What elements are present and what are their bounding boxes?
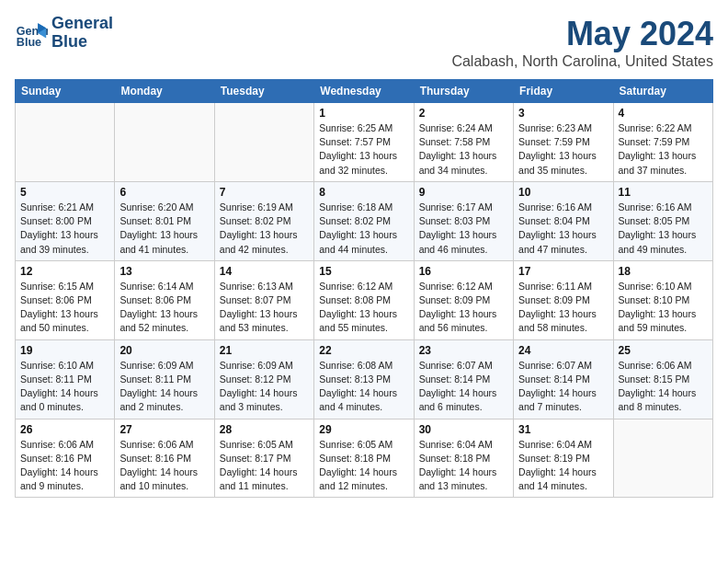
calendar-cell: 28Sunrise: 6:05 AM Sunset: 8:17 PM Dayli…: [214, 419, 313, 498]
day-info: Sunrise: 6:06 AM Sunset: 8:15 PM Dayligh…: [619, 359, 708, 415]
weekday-header: Monday: [115, 80, 214, 103]
calendar-week-row: 5Sunrise: 6:21 AM Sunset: 8:00 PM Daylig…: [16, 181, 713, 260]
logo-text: General Blue: [51, 15, 113, 52]
page-header: General Blue General Blue May 2024 Calab…: [15, 15, 713, 70]
day-info: Sunrise: 6:10 AM Sunset: 8:11 PM Dayligh…: [20, 359, 109, 415]
calendar-cell: 10Sunrise: 6:16 AM Sunset: 8:04 PM Dayli…: [514, 181, 613, 260]
calendar-week-row: 12Sunrise: 6:15 AM Sunset: 8:06 PM Dayli…: [16, 260, 713, 339]
calendar-cell: 1Sunrise: 6:25 AM Sunset: 7:57 PM Daylig…: [314, 103, 414, 182]
day-number: 9: [419, 186, 508, 199]
day-info: Sunrise: 6:12 AM Sunset: 8:09 PM Dayligh…: [419, 280, 508, 336]
day-info: Sunrise: 6:04 AM Sunset: 8:19 PM Dayligh…: [518, 438, 608, 494]
day-info: Sunrise: 6:06 AM Sunset: 8:16 PM Dayligh…: [20, 438, 109, 494]
calendar-cell: 12Sunrise: 6:15 AM Sunset: 8:06 PM Dayli…: [16, 260, 115, 339]
calendar-cell: 9Sunrise: 6:17 AM Sunset: 8:03 PM Daylig…: [414, 181, 513, 260]
day-number: 13: [119, 265, 209, 278]
calendar-cell: 31Sunrise: 6:04 AM Sunset: 8:19 PM Dayli…: [514, 419, 613, 498]
day-info: Sunrise: 6:11 AM Sunset: 8:09 PM Dayligh…: [518, 280, 608, 336]
calendar-cell: 29Sunrise: 6:05 AM Sunset: 8:18 PM Dayli…: [314, 419, 414, 498]
day-number: 1: [319, 107, 408, 120]
calendar-cell: 15Sunrise: 6:12 AM Sunset: 8:08 PM Dayli…: [314, 260, 414, 339]
month-title: May 2024: [451, 15, 713, 53]
day-info: Sunrise: 6:12 AM Sunset: 8:08 PM Dayligh…: [319, 280, 408, 336]
calendar-cell: 27Sunrise: 6:06 AM Sunset: 8:16 PM Dayli…: [115, 419, 214, 498]
day-number: 3: [518, 107, 608, 120]
calendar-cell: 6Sunrise: 6:20 AM Sunset: 8:01 PM Daylig…: [115, 181, 214, 260]
calendar-week-row: 19Sunrise: 6:10 AM Sunset: 8:11 PM Dayli…: [16, 339, 713, 419]
calendar-cell: [16, 103, 115, 182]
day-info: Sunrise: 6:22 AM Sunset: 7:59 PM Dayligh…: [619, 121, 708, 178]
calendar-cell: 7Sunrise: 6:19 AM Sunset: 8:02 PM Daylig…: [214, 181, 313, 260]
day-info: Sunrise: 6:09 AM Sunset: 8:12 PM Dayligh…: [220, 359, 309, 415]
day-info: Sunrise: 6:19 AM Sunset: 8:02 PM Dayligh…: [220, 201, 309, 257]
day-number: 31: [518, 423, 608, 436]
day-info: Sunrise: 6:04 AM Sunset: 8:18 PM Dayligh…: [419, 438, 508, 494]
calendar-cell: 25Sunrise: 6:06 AM Sunset: 8:15 PM Dayli…: [613, 339, 712, 419]
calendar-cell: 11Sunrise: 6:16 AM Sunset: 8:05 PM Dayli…: [613, 181, 712, 260]
calendar-table: SundayMondayTuesdayWednesdayThursdayFrid…: [15, 79, 713, 498]
calendar-cell: 18Sunrise: 6:10 AM Sunset: 8:10 PM Dayli…: [613, 260, 712, 339]
calendar-cell: 13Sunrise: 6:14 AM Sunset: 8:06 PM Dayli…: [115, 260, 214, 339]
calendar-cell: 21Sunrise: 6:09 AM Sunset: 8:12 PM Dayli…: [214, 339, 313, 419]
calendar-cell: 26Sunrise: 6:06 AM Sunset: 8:16 PM Dayli…: [16, 419, 115, 498]
calendar-cell: [214, 103, 313, 182]
day-number: 14: [220, 265, 309, 278]
weekday-header: Friday: [514, 80, 613, 103]
calendar-cell: 16Sunrise: 6:12 AM Sunset: 8:09 PM Dayli…: [414, 260, 513, 339]
day-number: 7: [220, 186, 309, 199]
calendar-cell: 24Sunrise: 6:07 AM Sunset: 8:14 PM Dayli…: [514, 339, 613, 419]
day-number: 19: [20, 344, 109, 357]
day-number: 11: [619, 186, 708, 199]
day-info: Sunrise: 6:16 AM Sunset: 8:05 PM Dayligh…: [619, 201, 708, 257]
day-info: Sunrise: 6:16 AM Sunset: 8:04 PM Dayligh…: [518, 201, 608, 257]
day-number: 22: [319, 344, 408, 357]
calendar-cell: [115, 103, 214, 182]
day-number: 8: [319, 186, 408, 199]
weekday-header: Thursday: [414, 80, 513, 103]
day-number: 28: [220, 423, 309, 436]
svg-text:Blue: Blue: [17, 36, 41, 49]
title-block: May 2024 Calabash, North Carolina, Unite…: [451, 15, 713, 70]
calendar-cell: 22Sunrise: 6:08 AM Sunset: 8:13 PM Dayli…: [314, 339, 414, 419]
day-info: Sunrise: 6:09 AM Sunset: 8:11 PM Dayligh…: [119, 359, 209, 415]
day-number: 18: [619, 265, 708, 278]
calendar-cell: 2Sunrise: 6:24 AM Sunset: 7:58 PM Daylig…: [414, 103, 513, 182]
weekday-header: Wednesday: [314, 80, 414, 103]
day-info: Sunrise: 6:20 AM Sunset: 8:01 PM Dayligh…: [119, 201, 209, 257]
day-info: Sunrise: 6:08 AM Sunset: 8:13 PM Dayligh…: [319, 359, 408, 415]
day-number: 26: [20, 423, 109, 436]
day-number: 4: [619, 107, 708, 120]
day-number: 21: [220, 344, 309, 357]
day-number: 6: [119, 186, 209, 199]
calendar-header-row: SundayMondayTuesdayWednesdayThursdayFrid…: [16, 80, 713, 103]
day-number: 20: [119, 344, 209, 357]
calendar-cell: 17Sunrise: 6:11 AM Sunset: 8:09 PM Dayli…: [514, 260, 613, 339]
day-number: 16: [419, 265, 508, 278]
location: Calabash, North Carolina, United States: [451, 53, 713, 70]
weekday-header: Sunday: [16, 80, 115, 103]
calendar-cell: 23Sunrise: 6:07 AM Sunset: 8:14 PM Dayli…: [414, 339, 513, 419]
day-info: Sunrise: 6:07 AM Sunset: 8:14 PM Dayligh…: [419, 359, 508, 415]
day-info: Sunrise: 6:05 AM Sunset: 8:18 PM Dayligh…: [319, 438, 408, 494]
day-number: 24: [518, 344, 608, 357]
weekday-header: Saturday: [613, 80, 712, 103]
day-info: Sunrise: 6:15 AM Sunset: 8:06 PM Dayligh…: [20, 280, 109, 336]
calendar-cell: [613, 419, 712, 498]
day-info: Sunrise: 6:24 AM Sunset: 7:58 PM Dayligh…: [419, 121, 508, 178]
day-number: 17: [518, 265, 608, 278]
calendar-week-row: 26Sunrise: 6:06 AM Sunset: 8:16 PM Dayli…: [16, 419, 713, 498]
calendar-cell: 4Sunrise: 6:22 AM Sunset: 7:59 PM Daylig…: [613, 103, 712, 182]
day-number: 15: [319, 265, 408, 278]
day-number: 25: [619, 344, 708, 357]
calendar-cell: 20Sunrise: 6:09 AM Sunset: 8:11 PM Dayli…: [115, 339, 214, 419]
day-info: Sunrise: 6:06 AM Sunset: 8:16 PM Dayligh…: [119, 438, 209, 494]
day-info: Sunrise: 6:18 AM Sunset: 8:02 PM Dayligh…: [319, 201, 408, 257]
weekday-header: Tuesday: [214, 80, 313, 103]
day-number: 2: [419, 107, 508, 120]
day-info: Sunrise: 6:14 AM Sunset: 8:06 PM Dayligh…: [119, 280, 209, 336]
day-info: Sunrise: 6:10 AM Sunset: 8:10 PM Dayligh…: [619, 280, 708, 336]
day-number: 27: [119, 423, 209, 436]
day-info: Sunrise: 6:07 AM Sunset: 8:14 PM Dayligh…: [518, 359, 608, 415]
calendar-cell: 8Sunrise: 6:18 AM Sunset: 8:02 PM Daylig…: [314, 181, 414, 260]
day-info: Sunrise: 6:13 AM Sunset: 8:07 PM Dayligh…: [220, 280, 309, 336]
